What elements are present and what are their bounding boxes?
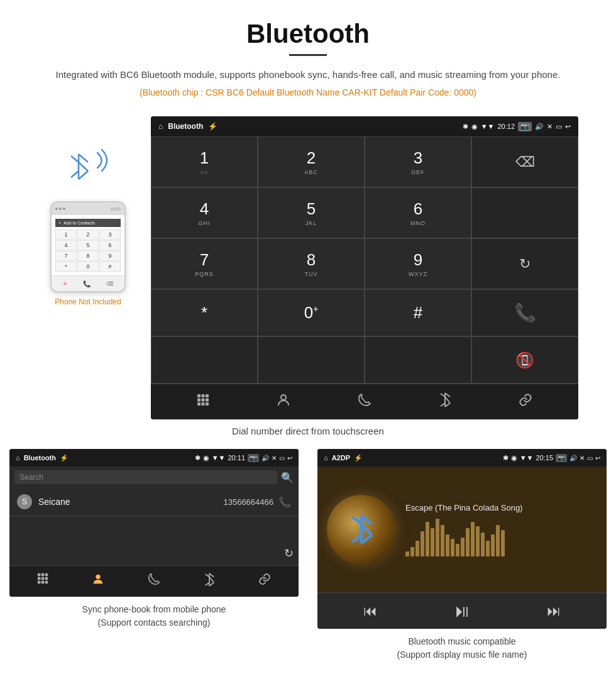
pb-cam-icon[interactable]: 📷 (248, 454, 259, 462)
window-icon[interactable]: ▭ (556, 123, 562, 131)
dialkey-refresh[interactable]: ↻ (471, 238, 578, 289)
music-vol-icon[interactable]: 🔊 (569, 455, 577, 462)
svg-line-35 (205, 574, 209, 577)
dialkey-8[interactable]: 8 TUV (258, 238, 365, 289)
viz-bar (431, 528, 434, 556)
dialkey-backspace[interactable]: ⌫ (471, 136, 578, 187)
contact-item[interactable]: S Seicane 13566664466 📞 (9, 488, 299, 516)
status-left: ⌂ Bluetooth ⚡ (158, 122, 217, 131)
close-icon[interactable]: ✕ (547, 123, 553, 131)
viz-bar (471, 522, 475, 556)
pb-loc-icon: ◉ (203, 454, 209, 462)
pb-search-side-icon[interactable]: 🔍 (281, 472, 294, 484)
phone-mockup: M35 + Add to Contacts 1 2 3 4 5 6 7 8 9 (50, 201, 126, 292)
viz-bar (461, 538, 465, 556)
music-usb-icon: ⚡ (354, 454, 363, 462)
dialkey-0[interactable]: 0+ (258, 289, 365, 336)
pb-call-side-icon[interactable]: 📞 (278, 496, 291, 508)
music-visualizer (405, 519, 597, 556)
play-pause-btn[interactable]: ⏯ (453, 600, 471, 621)
dialkey-4[interactable]: 4 GHI (151, 187, 258, 238)
dialkey-9[interactable]: 9 WXYZ (365, 238, 471, 289)
screen-toolbar (151, 384, 578, 419)
viz-bar (496, 525, 500, 556)
dialkey-hash[interactable]: # (365, 289, 471, 336)
viz-bar (486, 541, 490, 556)
toolbar-phone-btn[interactable] (357, 392, 372, 411)
home-icon[interactable]: ⌂ (158, 122, 163, 131)
bt-status-icon: ✱ (463, 123, 468, 131)
search-input[interactable]: Search (14, 470, 277, 484)
pb-vol-icon[interactable]: 🔊 (261, 455, 269, 462)
viz-bar (415, 541, 419, 556)
pb-toolbar-bt[interactable] (203, 572, 216, 590)
key-star[interactable]: * (55, 262, 77, 272)
svg-rect-10 (202, 399, 205, 402)
viz-bar (405, 551, 409, 556)
viz-bar (481, 533, 485, 556)
dialkey-empty-bottom1 (151, 336, 258, 384)
time-display: 20:12 (497, 123, 515, 130)
music-back-icon[interactable]: ↩ (595, 455, 600, 462)
pb-toolbar-link[interactable] (258, 572, 272, 590)
phone-screen: + Add to Contacts 1 2 3 4 5 6 7 8 9 * 0 … (52, 215, 124, 275)
key-5[interactable]: 5 (77, 240, 99, 250)
toolbar-contacts-btn[interactable] (276, 392, 291, 411)
pb-toolbar-phone[interactable] (147, 572, 161, 590)
pb-back-icon[interactable]: ↩ (287, 455, 292, 462)
volume-icon[interactable]: 🔊 (535, 123, 544, 131)
key-hash[interactable]: # (99, 262, 121, 272)
toolbar-link-btn[interactable] (518, 392, 533, 411)
back-icon[interactable]: ↩ (565, 123, 571, 131)
dialkey-7[interactable]: 7 PQRS (151, 238, 258, 289)
dialkey-star[interactable]: * (151, 289, 258, 336)
bluetooth-info: (Bluetooth chip : CSR BC6 Default Blueto… (13, 87, 603, 97)
key-4[interactable]: 4 (55, 240, 77, 250)
pb-refresh-side-icon[interactable]: ↻ (284, 546, 294, 560)
dialkey-3[interactable]: 3 DEF (365, 136, 471, 187)
prev-track-btn[interactable]: ⏮ (363, 603, 377, 619)
pb-close-icon[interactable]: ✕ (272, 455, 277, 462)
dialkey-call-green[interactable]: 📞 (471, 289, 578, 336)
toolbar-bt-btn[interactable] (438, 392, 452, 412)
svg-rect-6 (197, 394, 201, 397)
phonebook-caption: Sync phone-book from mobile phone (Suppo… (82, 603, 226, 629)
dialkey-6[interactable]: 6 MNO (365, 187, 471, 238)
pb-home-icon[interactable]: ⌂ (16, 454, 20, 462)
music-close-icon[interactable]: ✕ (580, 455, 585, 462)
dialkey-1[interactable]: 1 ○○ (151, 136, 258, 187)
key-1[interactable]: 1 (55, 230, 77, 240)
music-screen: ⌂ A2DP ⚡ ✱ ◉ ▼▼ 20:15 📷 🔊 ✕ ▭ ↩ (317, 449, 607, 629)
music-home-icon[interactable]: ⌂ (324, 454, 328, 462)
svg-line-39 (361, 516, 371, 524)
viz-bar (501, 530, 505, 556)
svg-point-31 (96, 575, 101, 579)
dialkey-call-red[interactable]: 📵 (471, 336, 578, 384)
key-8[interactable]: 8 (77, 251, 99, 261)
dialkey-2[interactable]: 2 ABC (258, 136, 365, 187)
next-track-btn[interactable]: ⏭ (547, 603, 561, 619)
viz-bar (456, 544, 459, 556)
pb-toolbar-grid[interactable] (36, 572, 49, 590)
phone-top-bar: M35 (52, 202, 124, 215)
key-2[interactable]: 2 (77, 230, 99, 240)
key-9[interactable]: 9 (99, 251, 121, 261)
svg-rect-14 (206, 402, 209, 406)
dialkey-5[interactable]: 5 JKL (258, 187, 365, 238)
music-window-icon[interactable]: ▭ (587, 455, 593, 462)
key-6[interactable]: 6 (99, 240, 121, 250)
music-cam-icon[interactable]: 📷 (556, 454, 567, 462)
music-title: Escape (The Pina Colada Song) (405, 503, 597, 512)
pb-window-icon[interactable]: ▭ (279, 455, 285, 462)
pb-toolbar-person[interactable] (91, 572, 105, 590)
toolbar-dialpad-btn[interactable] (196, 393, 210, 411)
pb-time: 20:11 (228, 454, 245, 462)
key-3[interactable]: 3 (99, 230, 121, 240)
phonebook-screen: ⌂ Bluetooth ⚡ ✱ ◉ ▼▼ 20:11 📷 🔊 ✕ ▭ ↩ (9, 449, 299, 597)
pb-sig-icon: ▼▼ (212, 454, 226, 462)
key-7[interactable]: 7 (55, 251, 77, 261)
key-0[interactable]: 0 (77, 262, 99, 272)
camera-icon[interactable]: 📷 (518, 122, 532, 131)
dialkey-empty-bottom3 (365, 336, 471, 384)
svg-rect-24 (45, 573, 48, 577)
